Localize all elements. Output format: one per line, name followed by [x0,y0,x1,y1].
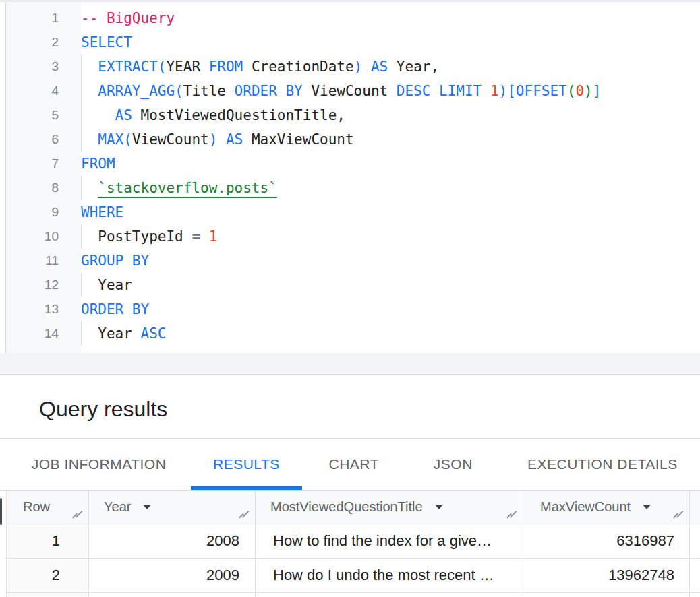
table-cell-spacer [690,559,700,592]
code-token: WHERE [81,204,123,220]
code-token: ORDER BY [235,83,312,99]
table-cell: How to find the index for a give… [256,524,523,558]
code-line[interactable]: -- BigQuery [81,6,700,30]
code-line[interactable]: GROUP BY [81,249,700,273]
column-header-label: Year [104,499,131,515]
line-number: 5 [6,103,81,127]
code-line[interactable]: AS MostViewedQuestionTitle, [81,103,700,127]
sort-dropdown-icon[interactable] [643,505,651,509]
tab-label: RESULTS [213,456,280,472]
code-line[interactable]: EXTRACT(YEAR FROM CreationDate) AS Year, [81,55,700,79]
line-number: 11 [6,249,81,273]
tab-results[interactable]: RESULTS [191,439,302,490]
editor-results-divider [0,353,700,375]
column-header-mostviewedquestiontitle[interactable]: MostViewedQuestionTitle [256,491,523,524]
line-number: 4 [6,79,81,103]
line-number: 3 [6,55,81,79]
column-resize-icon[interactable] [506,509,517,519]
editor-left-rail [0,2,6,353]
indent-guide [81,127,82,152]
tab-label: JSON [434,456,473,472]
column-header-label: MaxViewCount [540,499,631,515]
table-row: 22009How do I undo the most recent …1396… [7,559,700,593]
code-token [81,277,98,293]
table-row [7,593,700,597]
tab-label: JOB INFORMATION [32,456,167,472]
code-token: Year [98,325,140,342]
code-token: ASC [141,325,167,342]
code-token: 1 [490,83,499,99]
column-resize-icon[interactable] [238,509,249,519]
line-number: 9 [6,200,81,224]
code-token: ( [567,83,576,99]
code-line[interactable]: Year ASC [81,321,700,346]
column-header-row[interactable]: Row [7,491,89,524]
code-line[interactable]: Year [81,273,700,297]
indent-guide [81,273,82,297]
sql-editor[interactable]: 1234567891011121314 -- BigQuerySELECT EX… [0,2,700,353]
code-token [81,107,115,123]
code-line[interactable]: WHERE [81,200,700,224]
query-results-title: Query results [39,397,167,422]
code-token: 1 [209,228,218,245]
code-token: ) [209,131,226,148]
code-token: ORDER BY [81,301,149,317]
code-token: ] [593,83,602,99]
table-header-row: RowYearMostViewedQuestionTitleMaxViewCou… [7,491,700,524]
tab-label: EXECUTION DETAILS [527,456,678,472]
table-cell [256,593,523,597]
line-number: 8 [6,176,81,200]
results-table: RowYearMostViewedQuestionTitleMaxViewCou… [6,491,700,597]
column-resize-icon[interactable] [71,509,82,519]
code-line[interactable]: `stackoverflow.posts` [81,176,700,200]
code-token: FROM [209,59,252,75]
code-token: AS [226,131,252,148]
indent-guide [81,176,82,200]
indent-guide [81,103,82,127]
scrollbar-thumb[interactable] [0,498,2,525]
line-number: 6 [6,127,81,152]
code-token: = [192,228,208,245]
table-cell: 13962748 [523,559,690,592]
code-token [81,59,98,75]
code-line[interactable]: MAX(ViewCount) AS MaxViewCount [81,127,700,152]
code-token: YEAR [166,59,208,75]
table-cell: 2008 [89,524,256,558]
column-header-maxviewcount[interactable]: MaxViewCount [523,491,690,524]
code-line[interactable]: ARRAY_AGG(Title ORDER BY ViewCount DESC … [81,79,700,103]
code-line[interactable]: SELECT [81,30,700,55]
tab-execution-details[interactable]: EXECUTION DETAILS [517,439,700,490]
column-header-year[interactable]: Year [89,491,256,524]
line-number: 10 [6,224,81,249]
code-token: SELECT [81,34,132,51]
code-token: AS [371,59,397,75]
editor-code[interactable]: -- BigQuerySELECT EXTRACT(YEAR FROM Crea… [81,2,700,353]
table-cell [89,593,256,597]
bigquery-query-panel: 1234567891011121314 -- BigQuerySELECT EX… [0,0,700,597]
code-token: FROM [81,156,115,172]
code-token: ARRAY_AGG( [98,83,183,99]
code-token: Year [98,277,132,293]
code-line[interactable]: ORDER BY [81,297,700,321]
table-cell [523,593,690,597]
sort-dropdown-icon[interactable] [435,505,443,509]
code-token: ) [354,59,371,75]
code-line[interactable]: PostTypeId = 1 [81,224,700,249]
column-resize-icon[interactable] [672,509,683,519]
code-token: MostViewedQuestionTitle, [141,107,345,123]
tab-job-information[interactable]: JOB INFORMATION [23,439,175,490]
code-line[interactable]: FROM [81,152,700,176]
indent-guide [81,224,82,249]
code-token: PostTypeId [98,228,192,245]
code-token: Title [183,83,235,99]
code-token: GROUP BY [81,253,149,269]
code-token: 0 [575,83,584,99]
code-token: )[ [499,83,516,99]
table-reference-link[interactable]: `stackoverflow.posts` [98,180,277,196]
code-token: ViewCount [132,131,209,148]
tab-json[interactable]: JSON [406,439,500,490]
tab-chart[interactable]: CHART [318,439,390,490]
code-token: MAX( [98,131,132,148]
sort-dropdown-icon[interactable] [143,505,151,509]
line-number: 1 [6,6,81,30]
